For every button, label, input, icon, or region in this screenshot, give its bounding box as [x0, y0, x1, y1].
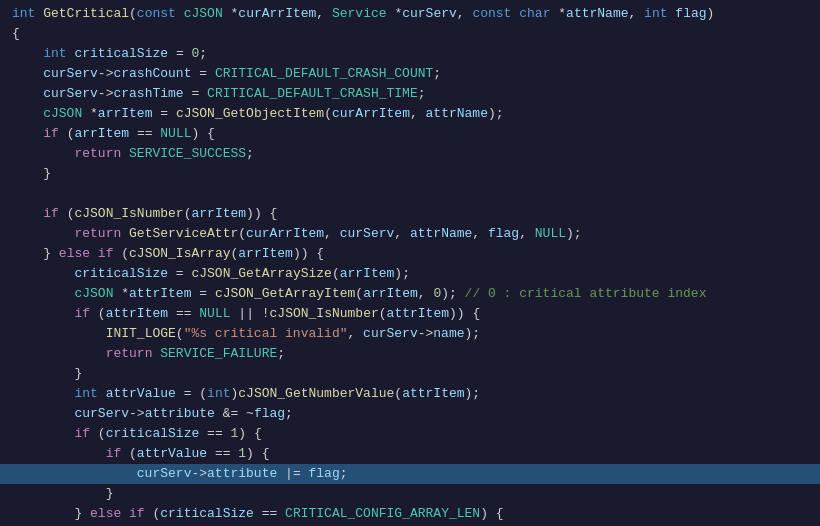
line-23: if (attrValue == 1) {: [0, 444, 820, 464]
line-4: curServ->crashCount = CRITICAL_DEFAULT_C…: [0, 64, 820, 84]
line-2: {: [0, 24, 820, 44]
line-10: [0, 184, 820, 204]
line-14: criticalSize = cJSON_GetArraySize(arrIte…: [0, 264, 820, 284]
line-11: if (cJSON_IsNumber(arrItem)) {: [0, 204, 820, 224]
line-21: curServ->attribute &= ~flag;: [0, 404, 820, 424]
line-17: INIT_LOGE("%s critical invalid", curServ…: [0, 324, 820, 344]
code-content: int GetCritical(const cJSON *curArrItem,…: [0, 0, 820, 526]
line-5: curServ->crashTime = CRITICAL_DEFAULT_CR…: [0, 84, 820, 104]
line-13: } else if (cJSON_IsArray(arrItem)) {: [0, 244, 820, 264]
line-25: }: [0, 484, 820, 504]
line-22: if (criticalSize == 1) {: [0, 424, 820, 444]
line-26: } else if (criticalSize == CRITICAL_CONF…: [0, 504, 820, 524]
line-24: curServ->attribute |= flag;: [0, 464, 820, 484]
line-19: }: [0, 364, 820, 384]
line-1: int GetCritical(const cJSON *curArrItem,…: [0, 4, 820, 24]
line-16: if (attrItem == NULL || !cJSON_IsNumber(…: [0, 304, 820, 324]
code-editor: int GetCritical(const cJSON *curArrItem,…: [0, 0, 820, 526]
line-6: cJSON *arrItem = cJSON_GetObjectItem(cur…: [0, 104, 820, 124]
line-7: if (arrItem == NULL) {: [0, 124, 820, 144]
line-15: cJSON *attrItem = cJSON_GetArrayItem(arr…: [0, 284, 820, 304]
line-18: return SERVICE_FAILURE;: [0, 344, 820, 364]
line-9: }: [0, 164, 820, 184]
line-12: return GetServiceAttr(curArrItem, curSer…: [0, 224, 820, 244]
line-20: int attrValue = (int)cJSON_GetNumberValu…: [0, 384, 820, 404]
line-3: int criticalSize = 0;: [0, 44, 820, 64]
line-8: return SERVICE_SUCCESS;: [0, 144, 820, 164]
